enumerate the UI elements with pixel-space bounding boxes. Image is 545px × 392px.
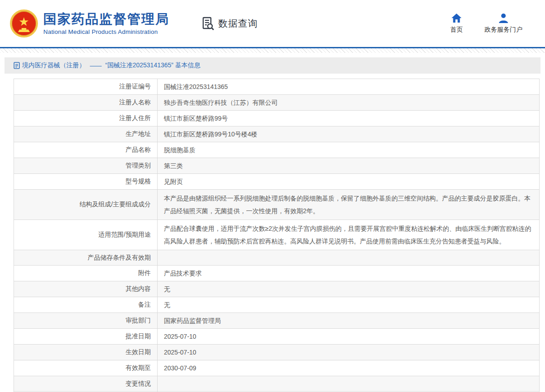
table-row: 变更情况 xyxy=(14,376,539,392)
row-label: 注册人住所 xyxy=(14,111,158,126)
table-row: 有效期至2030-07-09 xyxy=(14,360,539,376)
row-label: 适用范围/预期用途 xyxy=(14,220,158,250)
nav-home-label: 首页 xyxy=(450,26,463,34)
row-value: 产品技术要求 xyxy=(158,266,539,281)
star-icon: ★ xyxy=(19,16,29,28)
top-nav: 首页 政务服务门户 xyxy=(450,13,535,34)
table-row: 备注无 xyxy=(14,297,539,313)
table-row: 型号规格见附页 xyxy=(14,174,539,190)
row-label: 有效期至 xyxy=(14,360,158,376)
row-value: 本产品是由猪源组织经一系列脱细胞处理后制备的脱细胞基质，保留了细胞外基质的三维空… xyxy=(158,190,539,219)
org-title-block: 国家药品监督管理局 National Medical Products Admi… xyxy=(43,12,169,35)
row-value: 见附页 xyxy=(158,174,539,189)
table-row: 注册证编号国械注准20253141365 xyxy=(14,79,539,95)
row-label: 变更情况 xyxy=(14,376,158,391)
row-value: 国械注准20253141365 xyxy=(158,79,539,94)
breadcrumb: 境内医疗器械（注册） —— “国械注准20253141365” 基本信息 xyxy=(5,57,540,74)
breadcrumb-category-link[interactable]: 境内医疗器械（注册） xyxy=(22,61,85,70)
table-row: 注册人住所镇江市新区楚桥路99号 xyxy=(14,111,539,126)
home-icon xyxy=(451,13,462,23)
org-name-zh: 国家药品监督管理局 xyxy=(43,12,169,27)
org-name-en: National Medical Products Administration xyxy=(43,28,169,35)
row-label: 型号规格 xyxy=(14,174,158,189)
row-value: 2025-07-10 xyxy=(158,345,539,360)
row-value: 无 xyxy=(158,281,539,297)
row-value xyxy=(158,250,539,265)
tiananmen-icon xyxy=(18,28,30,32)
row-label: 生产地址 xyxy=(14,126,158,142)
table-row: 注册人名称独步吾奇生物医疗科技（江苏）有限公司 xyxy=(14,95,539,111)
table-row: 批准日期2025-07-10 xyxy=(14,329,539,345)
document-icon xyxy=(14,62,22,69)
nav-item-service-portal[interactable]: 政务服务门户 xyxy=(484,13,522,34)
table-row: 管理类别第三类 xyxy=(14,158,539,174)
hatched-divider xyxy=(0,48,545,53)
table-row: 产品名称脱细胞基质 xyxy=(14,142,539,158)
row-value: 镇江市新区楚桥路99号 xyxy=(158,111,539,126)
info-table: 注册证编号国械注准20253141365注册人名称独步吾奇生物医疗科技（江苏）有… xyxy=(14,79,540,392)
table-row: 适用范围/预期用途产品配合球囊使用，适用于流产次数≥2次并发生子宫内膜损伤的，且… xyxy=(14,220,539,250)
row-label: 产品储存条件及有效期 xyxy=(14,250,158,265)
document-search-icon xyxy=(201,16,215,31)
row-label: 生效日期 xyxy=(14,345,158,360)
row-label: 其他内容 xyxy=(14,281,158,297)
table-row: 产品储存条件及有效期 xyxy=(14,250,539,266)
row-label: 管理类别 xyxy=(14,158,158,173)
breadcrumb-current: “国械注准20253141365” 基本信息 xyxy=(105,61,200,70)
row-value: 2030-07-09 xyxy=(158,360,539,376)
row-value: 脱细胞基质 xyxy=(158,142,539,158)
row-label: 注册证编号 xyxy=(14,79,158,94)
data-query-title: 数据查询 xyxy=(201,16,258,31)
row-label: 附件 xyxy=(14,266,158,281)
row-label: 批准日期 xyxy=(14,329,158,344)
nav-service-portal-label: 政务服务门户 xyxy=(484,26,522,34)
table-row: 附件产品技术要求 xyxy=(14,266,539,281)
row-value: 独步吾奇生物医疗科技（江苏）有限公司 xyxy=(158,95,539,110)
row-label: 注册人名称 xyxy=(14,95,158,110)
table-row: 审批部门国家药品监督管理局 xyxy=(14,313,539,329)
row-value: 2025-07-10 xyxy=(158,329,539,344)
row-label: 审批部门 xyxy=(14,313,158,328)
table-row: 结构及组成/主要组成成分本产品是由猪源组织经一系列脱细胞处理后制备的脱细胞基质，… xyxy=(14,190,539,220)
table-row: 生产地址镇江市新区楚桥路99号10号楼4楼 xyxy=(14,126,539,142)
row-value xyxy=(158,376,539,391)
data-query-label: 数据查询 xyxy=(218,17,258,30)
national-emblem-logo: ★ xyxy=(10,9,38,37)
row-value: 第三类 xyxy=(158,158,539,173)
nav-item-home[interactable]: 首页 xyxy=(450,13,463,34)
row-label: 结构及组成/主要组成成分 xyxy=(14,190,158,219)
user-icon xyxy=(498,13,509,23)
row-label: 备注 xyxy=(14,297,158,313)
row-label: 产品名称 xyxy=(14,142,158,158)
row-value: 产品配合球囊使用，适用于流产次数≥2次并发生子宫内膜损伤的，且需要开展宫腔中重度… xyxy=(158,220,539,250)
table-row: 其他内容无 xyxy=(14,281,539,297)
table-row: 生效日期2025-07-10 xyxy=(14,345,539,360)
site-header: ★ 国家药品监督管理局 National Medical Products Ad… xyxy=(0,0,545,47)
row-value: 无 xyxy=(158,297,539,313)
row-value: 镇江市新区楚桥路99号10号楼4楼 xyxy=(158,126,539,142)
breadcrumb-separator: —— xyxy=(90,62,101,69)
row-value: 国家药品监督管理局 xyxy=(158,313,539,328)
